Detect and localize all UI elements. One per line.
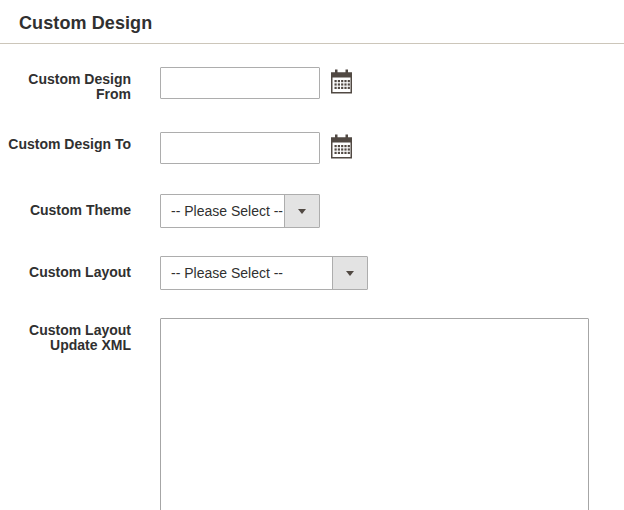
custom-theme-label: Custom Theme	[0, 194, 131, 218]
custom-design-section: Custom Design Custom Design From	[0, 0, 624, 510]
chevron-down-icon	[346, 271, 354, 276]
calendar-icon	[330, 69, 353, 97]
custom-layout-select[interactable]: -- Please Select --	[160, 256, 368, 290]
custom-theme-selected-value: -- Please Select --	[161, 195, 284, 227]
custom-design-to-input[interactable]	[160, 132, 320, 164]
field-row-custom-design-from: Custom Design From	[0, 67, 624, 102]
custom-layout-label: Custom Layout	[0, 256, 131, 280]
custom-layout-update-xml-textarea[interactable]	[160, 318, 589, 510]
fields-container: Custom Design From	[0, 67, 624, 510]
custom-layout-selected-value: -- Please Select --	[161, 257, 332, 289]
field-row-custom-design-to: Custom Design To	[0, 132, 624, 164]
custom-theme-dropdown-button[interactable]	[284, 195, 319, 227]
custom-design-to-label: Custom Design To	[0, 132, 131, 152]
custom-design-from-calendar-button[interactable]	[330, 70, 353, 95]
custom-layout-dropdown-button[interactable]	[332, 257, 367, 289]
custom-design-to-calendar-button[interactable]	[330, 135, 353, 160]
field-row-custom-theme: Custom Theme -- Please Select --	[0, 194, 624, 228]
section-header: Custom Design	[0, 0, 624, 44]
custom-theme-control: -- Please Select --	[160, 194, 320, 228]
field-row-custom-layout: Custom Layout -- Please Select --	[0, 256, 624, 290]
custom-design-from-input[interactable]	[160, 67, 320, 99]
custom-theme-select[interactable]: -- Please Select --	[160, 194, 320, 228]
custom-design-from-control	[160, 67, 353, 99]
custom-design-to-control	[160, 132, 353, 164]
section-title: Custom Design	[19, 13, 624, 33]
custom-layout-update-xml-label: Custom Layout Update XML	[0, 318, 131, 353]
calendar-icon	[330, 134, 353, 162]
field-row-custom-layout-update-xml: Custom Layout Update XML	[0, 318, 624, 510]
custom-layout-update-xml-control	[160, 318, 589, 510]
chevron-down-icon	[298, 209, 306, 214]
custom-design-from-label: Custom Design From	[0, 67, 131, 102]
custom-layout-control: -- Please Select --	[160, 256, 368, 290]
